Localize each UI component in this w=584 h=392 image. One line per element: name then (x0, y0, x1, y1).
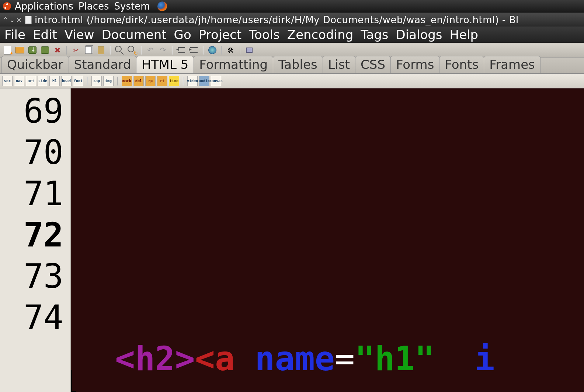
window-minimize-button[interactable]: ⌃ (2, 16, 9, 24)
audio-tag-button[interactable]: audio (199, 76, 209, 86)
find-button[interactable] (114, 45, 125, 55)
menu-edit[interactable]: Edit (29, 27, 61, 42)
firefox-launcher-icon[interactable] (157, 1, 167, 11)
tab-css[interactable]: CSS (355, 56, 391, 73)
mark-tag-button[interactable]: mark (122, 76, 132, 86)
menu-go[interactable]: Go (170, 27, 195, 42)
code-editor[interactable]: 69 70 71 72 73 74 <h2><a name="h1" i con… (0, 88, 584, 392)
line-number: 71 (0, 173, 63, 214)
code-line[interactable] (71, 173, 584, 214)
toolbar-separator (110, 46, 111, 55)
syntax-attr: name (255, 339, 335, 378)
toolbar-separator (221, 46, 222, 55)
toolbar-separator (183, 77, 184, 85)
fold-marker-icon[interactable] (71, 370, 76, 392)
figure-tag-button[interactable]: img (103, 76, 114, 86)
close-file-button[interactable]: ✖ (52, 45, 63, 55)
unindent-button[interactable] (176, 45, 187, 55)
tab-frames[interactable]: Frames (484, 56, 540, 73)
code-line[interactable]: <h2><a name="h1" i (71, 338, 584, 379)
fullscreen-button[interactable] (244, 45, 254, 55)
indent-button[interactable] (189, 45, 199, 55)
aside-tag-button[interactable]: side (38, 76, 48, 86)
toolbar-separator (203, 46, 204, 55)
tab-quickbar[interactable]: Quickbar (1, 56, 69, 73)
toolbar-tabs: Quickbar Standard HTML 5 Formatting Tabl… (0, 57, 584, 74)
toolbar-separator (117, 77, 118, 85)
syntax-eq: = (335, 339, 355, 378)
syntax-string: "h1" (355, 339, 435, 378)
app-menubar: File Edit View Document Go Project Tools… (0, 27, 584, 43)
tab-fonts[interactable]: Fonts (439, 56, 484, 73)
gnome-top-panel: Applications Places System (0, 0, 584, 13)
code-text (435, 339, 474, 378)
tab-formatting[interactable]: Formatting (194, 56, 273, 73)
menu-tools[interactable]: Tools (245, 27, 284, 42)
toolbar-separator (66, 46, 67, 55)
menu-document[interactable]: Document (98, 27, 170, 42)
figcaption-tag-button[interactable]: cap (91, 76, 102, 86)
window-close-button[interactable]: × (15, 16, 22, 24)
toolbar-separator (240, 46, 240, 55)
line-number-gutter: 69 70 71 72 73 74 (0, 88, 71, 392)
nav-tag-button[interactable]: nav (14, 76, 24, 86)
section-tag-button[interactable]: sec (2, 76, 13, 86)
syntax-tag: <h2> (115, 339, 195, 378)
ubuntu-logo-icon[interactable] (3, 2, 11, 10)
menu-file[interactable]: File (1, 27, 29, 42)
code-area[interactable]: <h2><a name="h1" i content management we… (71, 88, 584, 392)
panel-menu-system[interactable]: System (114, 1, 150, 12)
syntax-tag: <a (195, 339, 235, 378)
find-replace-button[interactable] (127, 45, 137, 55)
syntax-attr: i (474, 339, 494, 378)
tab-forms[interactable]: Forms (390, 56, 439, 73)
rt-tag-button[interactable]: rt (157, 76, 167, 86)
line-number: 69 (0, 91, 63, 132)
ruby-tag-button[interactable]: del (133, 76, 144, 86)
paste-button[interactable] (96, 45, 106, 55)
panel-menu-places[interactable]: Places (79, 1, 109, 12)
cut-button[interactable]: ✂ (71, 45, 81, 55)
new-file-button[interactable] (2, 45, 13, 55)
save-as-button[interactable] (40, 45, 50, 55)
redo-button[interactable]: ↷ (158, 45, 168, 55)
canvas-tag-button[interactable]: canvas (211, 76, 221, 86)
window-maximize-button[interactable]: ⌄ (9, 16, 15, 24)
tab-tables[interactable]: Tables (273, 56, 323, 73)
code-text (235, 339, 255, 378)
footer-tag-button[interactable]: foot (73, 76, 83, 86)
menu-tags[interactable]: Tags (357, 27, 392, 42)
rp-tag-button[interactable]: rp (145, 76, 156, 86)
line-number-current: 72 (0, 214, 63, 256)
save-button[interactable] (27, 45, 38, 55)
article-tag-button[interactable]: art (26, 76, 36, 86)
menu-project[interactable]: Project (195, 27, 245, 42)
toolbar-separator (172, 46, 173, 55)
menu-zencoding[interactable]: Zencoding (284, 27, 357, 42)
window-title-text: intro.html (/home/dirk/.userdata/jh/home… (35, 14, 519, 25)
preview-browser-button[interactable] (207, 45, 218, 55)
undo-button[interactable]: ↶ (145, 45, 156, 55)
toolbar-separator (87, 77, 88, 85)
open-file-button[interactable] (15, 45, 25, 55)
tab-html5[interactable]: HTML 5 (136, 56, 194, 73)
tab-list[interactable]: List (323, 56, 355, 73)
line-number: 74 (0, 297, 63, 338)
copy-button[interactable] (83, 45, 94, 55)
menu-dialogs[interactable]: Dialogs (392, 27, 446, 42)
toolbar-separator (141, 46, 142, 55)
tab-standard[interactable]: Standard (69, 56, 137, 73)
line-number: 73 (0, 256, 63, 297)
menu-help[interactable]: Help (446, 27, 482, 42)
hgroup-tag-button[interactable]: H1 (49, 76, 60, 86)
time-tag-button[interactable]: time (169, 76, 179, 86)
preferences-button[interactable]: 🛠 (226, 45, 236, 55)
menu-view[interactable]: View (61, 27, 98, 42)
panel-menu-applications[interactable]: Applications (15, 1, 73, 12)
header-tag-button[interactable]: head (61, 76, 72, 86)
video-tag-button[interactable]: video (187, 76, 198, 86)
main-toolbar: ✖ ✂ ↶ ↷ 🛠 (0, 43, 584, 57)
document-icon (25, 16, 32, 24)
window-titlebar: ⌃ ⌄ × intro.html (/home/dirk/.userdata/j… (0, 13, 584, 27)
line-number: 70 (0, 132, 63, 173)
